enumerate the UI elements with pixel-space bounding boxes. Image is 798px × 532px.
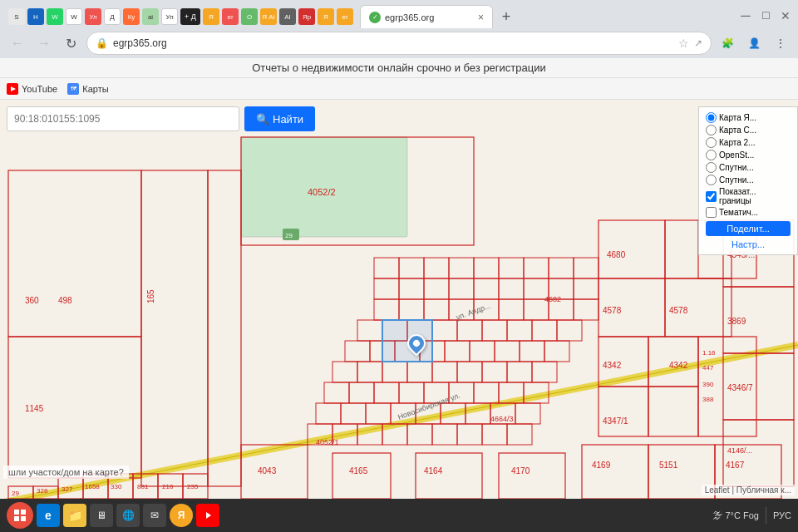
tab-other-11[interactable]: Я [203,8,219,25]
tab-other-16[interactable]: Яр [298,8,315,25]
taskbar-btn-3[interactable]: 🖥 [90,504,113,527]
active-tab[interactable]: ✓ egrp365.org × [360,5,493,28]
layer-radio-2[interactable] [706,125,717,135]
map-bottom-hint: шли участок/дом на карте? [3,466,129,479]
start-btn[interactable] [7,502,33,529]
explorer-taskbar-btn[interactable]: 📁 [63,504,86,527]
svg-text:4342: 4342 [603,361,622,370]
youtube-taskbar-icon [200,510,215,521]
map-search-btn[interactable]: 🔍 Найти [244,106,315,131]
main-content: 360 498 165 1145 уп. Андре... 4052/2 [0,100,798,499]
system-tray: 🌫 7°C Fog РУС [712,507,791,524]
map-search-input[interactable] [7,106,239,131]
svg-text:4347/1: 4347/1 [603,416,628,426]
share-address-icon[interactable]: ↗ [694,37,702,49]
map-pin-container[interactable] [407,334,426,352]
layer-label-3: Карта 2... [719,138,755,147]
close-btn[interactable]: ✕ [776,7,795,25]
navbar: ← → ↻ 🔒 egrp365.org ☆ ↗ 🧩 👤 ⋮ [0,28,798,58]
layer-radio-5[interactable] [706,162,717,173]
layer-radio-6[interactable] [706,175,717,185]
svg-text:4043: 4043 [258,466,277,475]
svg-text:4680: 4680 [607,250,626,259]
tab-other-18[interactable]: еr [337,8,353,25]
layer-item-2[interactable]: Карта С... [706,125,791,135]
tab-other-15[interactable]: AI [279,8,296,25]
tab-other-17[interactable]: Я [318,8,334,25]
back-btn[interactable]: ← [7,32,28,54]
svg-text:328: 328 [37,487,48,495]
layer-item-6[interactable]: Спутни... [706,175,791,185]
map-container[interactable]: 360 498 165 1145 уп. Андре... 4052/2 [0,100,798,499]
layer-item-3[interactable]: Карта 2... [706,137,791,148]
tab-other-10[interactable]: + Д [180,8,200,25]
address-bar[interactable]: 🔒 egrp365.org ☆ ↗ [86,32,712,55]
new-tab-btn[interactable]: + [495,5,518,28]
menu-btn[interactable]: ⋮ [770,32,791,54]
tab-close-btn[interactable]: × [478,12,484,23]
layer-label-2: Карта С... [719,126,756,135]
tab-bar: S Н W W Ул Д Ку аi Ул + Д Я еr О Я AI AI… [0,0,798,28]
svg-text:29: 29 [285,232,293,239]
forward-btn[interactable]: → [33,32,55,54]
tab-other-4[interactable]: W [66,8,82,25]
tab-other-13[interactable]: О [241,8,258,25]
svg-text:1658: 1658 [85,483,100,490]
svg-text:447: 447 [702,364,714,372]
map-pin[interactable] [403,330,429,356]
tab-other-7[interactable]: Ку [123,8,140,25]
bookmark-star-icon[interactable]: ☆ [678,37,689,50]
taskbar-yandex-btn[interactable]: Я [170,504,193,527]
maps-label: Карты [82,84,108,94]
tab-other-8[interactable]: аi [142,8,159,25]
svg-text:360: 360 [25,296,39,305]
tab-other-6[interactable]: Д [104,8,121,25]
svg-rect-164 [14,510,19,515]
layer-radio-4[interactable] [706,150,717,160]
language-indicator[interactable]: РУС [773,510,791,520]
map-svg: 360 498 165 1145 уп. Андре... 4052/2 [0,100,798,499]
extensions-btn[interactable]: 🧩 [717,32,738,54]
layer-item-7[interactable]: Показат...границы [706,187,791,205]
map-share-btn[interactable]: Поделит... [706,221,791,236]
svg-text:4578: 4578 [669,306,688,315]
layer-label-8: Тематич... [719,208,758,217]
svg-text:235: 235 [187,483,199,490]
tab-other-3[interactable]: W [47,8,63,25]
layer-item-1[interactable]: Карта Я... [706,112,791,123]
bookmark-maps[interactable]: 🗺 Карты [67,83,108,95]
svg-text:165: 165 [146,289,155,303]
tab-title: egrp365.org [385,12,474,22]
edge-taskbar-btn[interactable]: e [37,504,60,527]
tab-other-5[interactable]: Ул [85,8,101,25]
tab-other-1[interactable]: S [8,8,25,25]
tab-other-14[interactable]: Я AI [260,8,277,25]
taskbar-btn-5[interactable]: ✉ [143,504,166,527]
tab-other-2[interactable]: Н [27,8,44,25]
taskbar-btn-4[interactable]: 🌐 [116,504,140,527]
taskbar-youtube-btn[interactable] [196,504,219,527]
svg-text:4664/3: 4664/3 [490,415,514,423]
tab-other-9[interactable]: Ул [161,8,178,25]
layer-checkbox-7[interactable] [706,191,717,202]
layer-item-5[interactable]: Спутни... [706,162,791,173]
minimize-btn[interactable]: ─ [736,7,755,25]
layer-radio-1[interactable] [706,112,717,123]
layer-checkbox-8[interactable] [706,207,717,218]
svg-text:498: 498 [58,296,72,305]
bookmark-youtube[interactable]: YouTube [7,83,57,95]
tab-other-12[interactable]: еr [222,8,239,25]
user-account-btn[interactable]: 👤 [743,32,765,54]
browser-frame: S Н W W Ул Д Ку аi Ул + Д Я еr О Я AI AI… [0,0,798,532]
reload-btn[interactable]: ↻ [60,32,81,54]
layer-label-6: Спутни... [719,175,754,185]
layer-radio-3[interactable] [706,137,717,148]
map-settings-link[interactable]: Настр... [706,239,791,249]
svg-text:216: 216 [162,483,174,490]
layer-item-8[interactable]: Тематич... [706,207,791,218]
layer-item-4[interactable]: OpenSt... [706,150,791,160]
svg-text:1.16: 1.16 [702,349,716,357]
restore-btn[interactable]: ☐ [756,7,775,25]
svg-text:4052/1: 4052/1 [316,438,339,446]
svg-text:4346/7: 4346/7 [727,383,753,392]
